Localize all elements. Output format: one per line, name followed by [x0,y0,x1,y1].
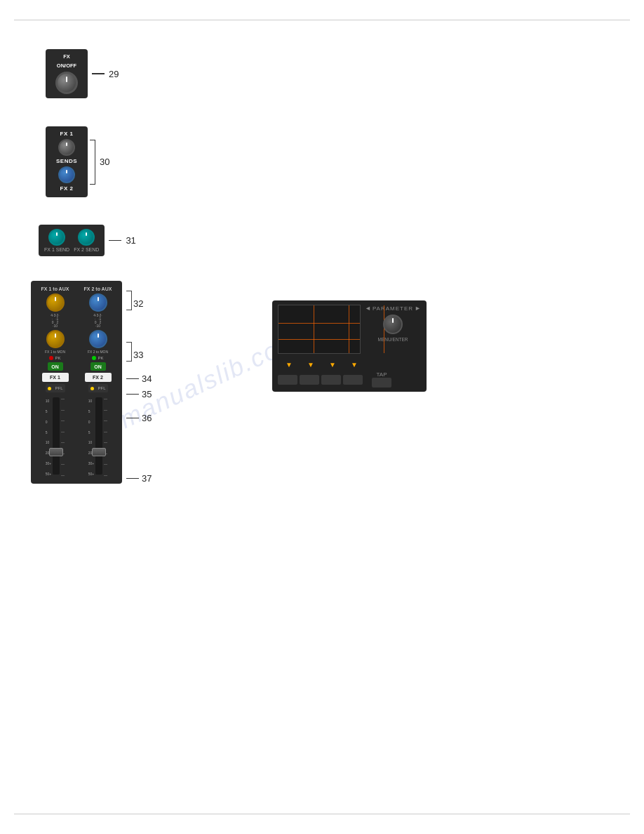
menu-knob-indicator [392,318,394,323]
fx1-aux-knob[interactable] [46,293,65,312]
arrow-indicators-row: ▼ ▼ ▼ ▼ [278,361,421,369]
sends-panel: FX 1 SENDS FX 2 [46,126,88,197]
br32-top [126,291,132,300]
tap-button[interactable] [372,378,391,388]
br33-bot [126,352,132,362]
label-37-group: 37 [126,473,152,484]
top-rule [14,20,630,20]
fx1-send-knob[interactable] [48,229,65,246]
fx2-aux-scale: 4·3·2·· ·10 2·10 [93,314,102,328]
fx2-fader-ticks [104,399,107,476]
fx2-aux-knob-ind [98,297,99,301]
menu-enter-knob[interactable] [383,315,403,334]
fx1-fader-ticks [61,399,65,476]
display-top-row: ◄ PARAMETER ► MENU/ENTER [278,305,421,358]
fx1-pk-label: PK [55,356,60,360]
fx1-channel: FX 1 to AUX 4·3·2·· ·10 2·10 FX 1 to MON… [35,286,75,478]
disp-btn-3[interactable] [321,375,341,385]
label-35: 35 [142,389,152,399]
bracket-top [90,140,95,162]
fx-send-panel: FX 1 SEND FX 2 SEND [39,225,105,256]
fx2-send-col: FX 2 SEND [74,229,99,252]
fx2-fader-track[interactable] [95,397,102,475]
fx1-aux-knob2-ind [55,333,56,338]
label-32: 32 [133,298,143,309]
hline-2 [279,339,360,340]
label-32-group: 32 [126,291,152,316]
label-33-group: 33 [126,342,152,367]
bottom-rule [14,814,630,814]
fx-onoff-top-label: FX [63,53,70,60]
disp-btn-4[interactable] [343,375,363,385]
fx1-name-box: FX 1 [42,373,69,382]
fx-onoff-knob[interactable] [55,72,78,94]
fx-channels-section: FX 1 to AUX 4·3·2·· ·10 2·10 FX 1 to MON… [31,281,122,484]
down-arrow-3: ▼ [329,361,336,369]
disp-btn-2[interactable] [300,375,319,385]
label-36: 36 [142,413,152,423]
bracket-33 [126,342,132,367]
fx1-on-button[interactable]: ON [48,362,63,371]
sends-fx2-knob[interactable] [58,166,75,183]
fx1-fader-container: 10 5 0 5 10 20 30+ 50+ [46,397,65,478]
label-34-group: 34 [126,373,152,384]
fx2-name-box: FX 2 [85,373,112,382]
section-31-dash: 31 [109,235,135,246]
fx-display-unit: ◄ PARAMETER ► MENU/ENTER ▼ ▼ ▼ [272,300,427,392]
fx1-aux-knob2[interactable] [46,330,65,348]
fx1-send-ind [56,232,58,236]
fx2-pk-led [92,356,96,360]
label-37: 37 [142,473,152,484]
sends-fx2-knob-ind [66,170,67,173]
bracket-32 [126,291,132,316]
disp-btn-1[interactable] [278,375,297,385]
arr4: ▼ [344,361,364,369]
br33-top [126,342,132,352]
down-arrow-1: ▼ [286,361,293,369]
fx2-channel: FX 2 to AUX 4·3·2·· ·10 2·10 FX 2 to MON… [78,286,118,478]
fx2-fader-scale: 10 5 0 5 10 20 30+ 50+ [88,399,94,476]
label-36-group: 36 [126,413,152,423]
fx2-on-button[interactable]: ON [90,362,106,371]
section-31: FX 1 SEND FX 2 SEND 31 [39,225,136,256]
section-30-label: 30 [100,157,109,167]
fx2-aux-label: FX 2 to AUX [84,286,112,291]
knob-indicator [66,77,67,82]
section-29: FX ON/OFF 29 [46,49,119,98]
fx1-fader-handle[interactable] [49,448,63,456]
fx2-pfl-label: PFL [98,386,105,390]
param-left-arrow: ◄ [365,305,371,312]
fx1-aux-knob-ind [55,297,56,301]
fx2-pfl-button[interactable]: PFL [88,384,108,392]
label-34: 34 [142,373,152,384]
section-30: FX 1 SENDS FX 2 30 [46,126,109,197]
sends-label: SENDS [56,158,77,164]
bracket-bot [90,162,95,185]
vline-1 [314,305,314,353]
fx1-send-label: FX 1 SEND [44,247,69,252]
fx2-pk-label: PK [98,356,103,360]
sends-fx1-knob-ind [66,143,67,146]
fx2-fader-handle[interactable] [92,448,106,456]
fx2-mon-knob[interactable] [89,330,107,348]
down-arrow-4: ▼ [351,361,358,369]
menu-enter-label: MENU/ENTER [377,337,408,342]
arr1: ▼ [279,361,299,369]
fx-main-panel: FX 1 to AUX 4·3·2·· ·10 2·10 FX 1 to MON… [31,281,122,484]
section-29-dash: 29 [92,69,119,79]
section-31-label: 31 [126,235,135,246]
param-row: ◄ PARAMETER ► [365,305,421,312]
fx1-send-col: FX 1 SEND [44,229,69,252]
fx1-pfl-button[interactable]: PFL [46,384,65,392]
sends-fx1-knob[interactable] [58,139,75,156]
arr2: ▼ [301,361,321,369]
fx2-mon-label-sm: FX 2 to MON [88,350,108,354]
fx2-aux-knob[interactable] [89,293,107,312]
fx1-fader-track[interactable] [53,397,60,475]
screen-lines [279,305,360,353]
fx1-fader-scale: 10 5 0 5 10 20 30+ 50+ [46,399,51,476]
fx1-pk-row: PK [49,356,60,360]
dash-34 [126,378,139,380]
fx2-send-knob[interactable] [78,229,95,246]
display-panel: ◄ PARAMETER ► MENU/ENTER ▼ ▼ ▼ [272,300,427,392]
